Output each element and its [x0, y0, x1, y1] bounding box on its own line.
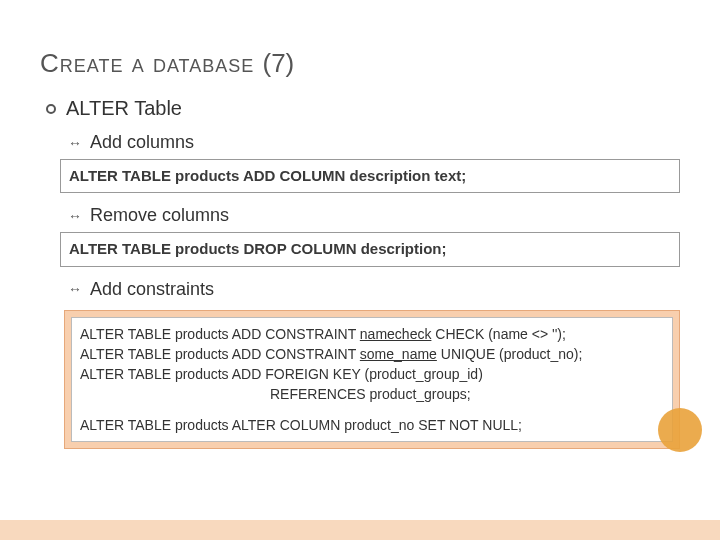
- bullet-label: ALTER Table: [66, 97, 182, 120]
- sub-add-columns: ↔ Add columns: [68, 132, 680, 153]
- slide: Create a database (7) ALTER Table ↔ Add …: [0, 0, 720, 540]
- circle-decoration-icon: [658, 408, 702, 452]
- sub-label: Add columns: [90, 132, 194, 153]
- sub-label: Add constraints: [90, 279, 214, 300]
- code-frag: CHECK (name <> '');: [431, 326, 566, 342]
- sub-remove-columns: ↔ Remove columns: [68, 205, 680, 226]
- title-number: (7): [263, 48, 295, 78]
- code-frag: ALTER TABLE products ADD CONSTRAINT: [80, 326, 360, 342]
- circle-bullet-icon: [46, 104, 56, 114]
- code-underline: namecheck: [360, 326, 432, 342]
- bullet-alter-table: ALTER Table: [46, 97, 680, 120]
- code-add-column: ALTER TABLE products ADD COLUMN descript…: [60, 159, 680, 193]
- sub-add-constraints: ↔ Add constraints: [68, 279, 680, 300]
- bottom-strip: [0, 520, 720, 540]
- code-line-indent: REFERENCES product_groups;: [80, 384, 664, 404]
- code-drop-column: ALTER TABLE products DROP COLUMN descrip…: [60, 232, 680, 266]
- code-line: ALTER TABLE products ADD CONSTRAINT name…: [80, 324, 664, 344]
- constraints-code: ALTER TABLE products ADD CONSTRAINT name…: [71, 317, 673, 442]
- code-line: ALTER TABLE products ADD CONSTRAINT some…: [80, 344, 664, 364]
- arrow-icon: ↔: [68, 281, 82, 297]
- arrow-icon: ↔: [68, 135, 82, 151]
- title-main: Create a database: [40, 48, 254, 78]
- code-text: ALTER TABLE products ADD COLUMN descript…: [69, 167, 466, 184]
- code-line: ALTER TABLE products ADD FOREIGN KEY (pr…: [80, 364, 664, 384]
- code-frag: UNIQUE (product_no);: [437, 346, 583, 362]
- constraints-box: ALTER TABLE products ADD CONSTRAINT name…: [64, 310, 680, 449]
- code-line: ALTER TABLE products ALTER COLUMN produc…: [80, 415, 664, 435]
- code-text: ALTER TABLE products DROP COLUMN descrip…: [69, 240, 447, 257]
- slide-title: Create a database (7): [40, 48, 680, 79]
- code-frag: ALTER TABLE products ADD CONSTRAINT: [80, 346, 360, 362]
- arrow-icon: ↔: [68, 208, 82, 224]
- spacer: [80, 405, 664, 415]
- sub-label: Remove columns: [90, 205, 229, 226]
- code-underline: some_name: [360, 346, 437, 362]
